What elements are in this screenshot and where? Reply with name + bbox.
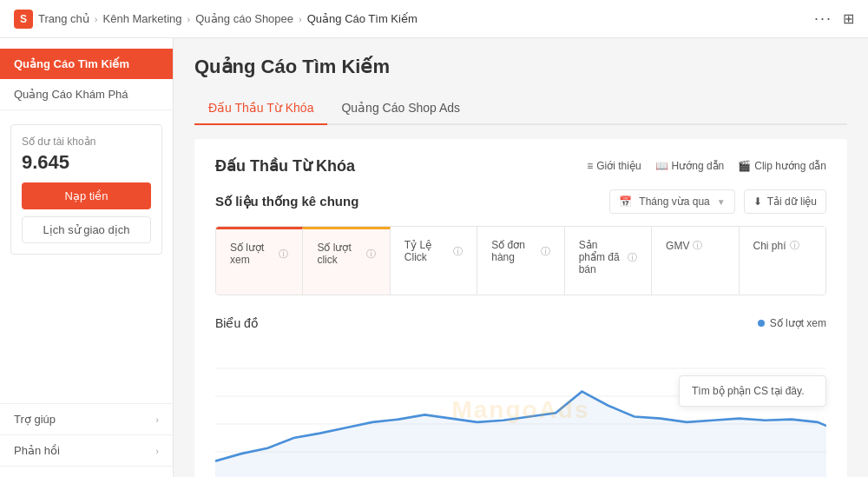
- tab-shop-ads[interactable]: Quảng Cáo Shop Ads: [327, 92, 474, 125]
- breadcrumb-sep-3: ›: [299, 14, 302, 24]
- breadcrumb-current: Quảng Cáo Tìm Kiếm: [307, 12, 418, 25]
- stat-card-ty-le[interactable]: Tỷ Lệ Click ⓘ: [391, 227, 477, 295]
- download-icon: ⬇: [753, 195, 762, 208]
- stat-card-san-pham[interactable]: Sản phẩm đã bán ⓘ: [565, 227, 652, 295]
- balance-label: Số dư tài khoản: [22, 136, 151, 148]
- breadcrumb-sep-1: ›: [95, 14, 98, 24]
- info-icon-0[interactable]: ⓘ: [279, 248, 288, 261]
- info-icon-6[interactable]: ⓘ: [790, 239, 799, 252]
- sidebar-item-help[interactable]: Trợ giúp ›: [0, 404, 173, 435]
- page-title: Quảng Cáo Tìm Kiếm: [194, 56, 847, 78]
- chart-title: Biểu đồ: [215, 316, 259, 330]
- breadcrumb-marketing[interactable]: Kênh Marketing: [103, 12, 182, 25]
- info-icon-4[interactable]: ⓘ: [628, 251, 637, 264]
- stat-label-don-hang: Số đơn hàng ⓘ: [491, 239, 549, 263]
- breadcrumb-home[interactable]: Trang chủ: [38, 12, 89, 25]
- gioi-thieu-link[interactable]: ≡ Giới thiệu: [587, 160, 641, 172]
- main-section-card: Đấu Thầu Từ Khóa ≡ Giới thiệu 📖 Hướng dẫ…: [194, 139, 847, 477]
- info-links: ≡ Giới thiệu 📖 Hướng dẫn 🎬 Clip hướng dẫ…: [587, 160, 826, 172]
- tab-dau-thau[interactable]: Đấu Thầu Từ Khóa: [194, 92, 327, 125]
- stat-card-luot-xem[interactable]: Số lượt xem ⓘ: [216, 227, 303, 295]
- chevron-down-icon: ▼: [717, 197, 726, 207]
- chevron-right-icon: ›: [155, 414, 159, 425]
- more-icon[interactable]: ···: [814, 10, 832, 28]
- sidebar-balance-box: Số dư tài khoản 9.645 Nạp tiền Lịch sử g…: [10, 124, 162, 255]
- chart-header: Biểu đồ Số lượt xem: [215, 316, 826, 330]
- tabs: Đấu Thầu Từ Khóa Quảng Cáo Shop Ads: [194, 92, 847, 125]
- balance-amount: 9.645: [22, 151, 151, 174]
- chart-container: MangoAds: [215, 341, 826, 477]
- grid-icon[interactable]: ⊞: [843, 10, 854, 27]
- main-content: Quảng Cáo Tìm Kiếm Đấu Thầu Từ Khóa Quản…: [174, 38, 868, 477]
- dau-thau-header: Đấu Thầu Từ Khóa ≡ Giới thiệu 📖 Hướng dẫ…: [215, 156, 826, 176]
- tooltip-bubble: Tìm bộ phận CS tại đây.: [679, 375, 826, 407]
- so-lieu-label: Số liệu thống kê chung: [215, 194, 358, 209]
- date-filter[interactable]: 📅 Tháng vừa qua ▼: [609, 189, 734, 214]
- stat-label-chi-phi: Chi phí ⓘ: [753, 239, 812, 252]
- chart-legend: Số lượt xem: [758, 317, 826, 329]
- breadcrumb-quangcao[interactable]: Quảng cáo Shopee: [195, 12, 293, 25]
- huong-dan-link[interactable]: 📖 Hướng dẫn: [655, 160, 725, 172]
- stat-label-ty-le: Tỷ Lệ Click ⓘ: [404, 239, 463, 263]
- chart-svg: [215, 341, 826, 477]
- clip-huong-dan-link[interactable]: 🎬 Clip hướng dẫn: [738, 160, 826, 172]
- info-icon-3[interactable]: ⓘ: [541, 245, 550, 258]
- sidebar-bottom: Trợ giúp › Phản hồi ›: [0, 403, 173, 467]
- legend-dot: [758, 320, 765, 327]
- info-icon-2[interactable]: ⓘ: [453, 245, 463, 258]
- stat-label-luot-click: Số lượt click ⓘ: [317, 242, 375, 266]
- stat-card-chi-phi[interactable]: Chi phí ⓘ: [740, 227, 825, 295]
- sidebar: Quảng Cáo Tìm Kiếm Quảng Cáo Khám Phá Số…: [0, 38, 174, 477]
- info-icon-5[interactable]: ⓘ: [693, 239, 702, 252]
- breadcrumb-sep-2: ›: [187, 14, 191, 24]
- shopee-logo-icon: S: [14, 10, 33, 29]
- layout: Quảng Cáo Tìm Kiếm Quảng Cáo Khám Phá Số…: [0, 38, 868, 477]
- stat-card-luot-click[interactable]: Số lượt click ⓘ: [303, 227, 390, 295]
- export-button[interactable]: ⬇ Tải dữ liệu: [744, 189, 826, 214]
- stat-card-don-hang[interactable]: Số đơn hàng ⓘ: [477, 227, 564, 295]
- top-nav-right: ··· ⊞: [814, 10, 854, 28]
- lich-su-button[interactable]: Lịch sử giao dịch: [22, 216, 151, 243]
- stat-card-gmv[interactable]: GMV ⓘ: [652, 227, 739, 295]
- info-icon-1[interactable]: ⓘ: [366, 248, 376, 261]
- stats-row: Số lượt xem ⓘ Số lượt click ⓘ: [215, 226, 826, 295]
- video-icon: 🎬: [738, 160, 751, 172]
- chart-area: Biểu đồ Số lượt xem MangoAds: [215, 316, 826, 477]
- sidebar-item-feedback[interactable]: Phản hồi ›: [0, 435, 173, 467]
- dau-thau-title: Đấu Thầu Từ Khóa: [215, 156, 355, 176]
- sidebar-main-label[interactable]: Quảng Cáo Tìm Kiếm: [0, 49, 173, 79]
- chevron-right-icon-2: ›: [155, 446, 159, 456]
- list-icon: ≡: [587, 160, 593, 172]
- stat-label-luot-xem: Số lượt xem ⓘ: [230, 242, 288, 266]
- stat-label-gmv: GMV ⓘ: [666, 239, 724, 252]
- top-nav: S Trang chủ › Kênh Marketing › Quảng cáo…: [0, 0, 868, 38]
- calendar-icon: 📅: [619, 195, 632, 208]
- sidebar-item-khampha[interactable]: Quảng Cáo Khám Phá: [0, 79, 173, 110]
- stats-controls: Số liệu thống kê chung 📅 Tháng vừa qua ▼…: [215, 189, 826, 214]
- book-icon: 📖: [655, 160, 668, 172]
- stat-label-san-pham: Sản phẩm đã bán ⓘ: [579, 239, 637, 275]
- nap-tien-button[interactable]: Nạp tiền: [22, 182, 151, 209]
